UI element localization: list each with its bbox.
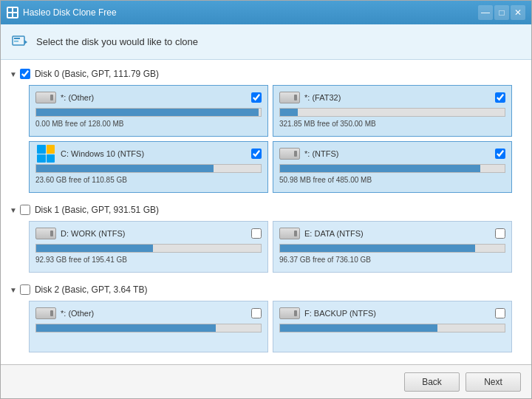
partition-card-2-0: *: (Other) xyxy=(29,301,268,352)
partition-icon-0-2 xyxy=(35,146,56,161)
progress-bar-1-1 xyxy=(279,244,505,253)
progress-bar-0-3 xyxy=(279,164,505,173)
progress-fill-0-2 xyxy=(36,165,214,172)
partition-checkbox-0-0[interactable] xyxy=(251,92,262,103)
svg-rect-5 xyxy=(14,38,20,39)
partition-checkbox-2-0[interactable] xyxy=(251,308,262,318)
progress-fill-1-0 xyxy=(36,245,153,252)
disk-header-2[interactable]: ▼ Disk 2 (Basic, GPT, 3.64 TB) xyxy=(8,282,524,298)
partition-top-2-0: *: (Other) xyxy=(35,306,262,321)
progress-fill-2-0 xyxy=(36,324,216,332)
partition-name-0-1: *: (FAT32) xyxy=(304,93,341,102)
partition-name-2-1: F: BACKUP (NTFS) xyxy=(304,309,376,318)
partition-icon-2-1 xyxy=(279,306,300,321)
partition-icon-1-1 xyxy=(279,226,300,241)
partition-top-0-1: *: (FAT32) xyxy=(279,90,505,105)
progress-bar-0-1 xyxy=(279,108,505,117)
partition-name-1-1: E: DATA (NTFS) xyxy=(304,229,364,238)
disk-section-2: ▼ Disk 2 (Basic, GPT, 3.64 TB) *: (Other… xyxy=(8,282,524,355)
partition-free-0-1: 321.85 MB free of 350.00 MB xyxy=(279,120,505,128)
partition-name-2-0: *: (Other) xyxy=(61,309,94,318)
expand-arrow-1: ▼ xyxy=(10,206,17,214)
partition-card-0-0: *: (Other) 0.00 MB free of 128.00 MB xyxy=(29,85,268,137)
app-icon xyxy=(7,7,18,18)
partition-free-0-0: 0.00 MB free of 128.00 MB xyxy=(35,120,262,128)
partition-card-0-3: *: (NTFS) 50.98 MB free of 485.00 MB xyxy=(273,141,512,193)
partition-checkbox-0-2[interactable] xyxy=(251,149,262,159)
partition-card-1-1: E: DATA (NTFS) 96.37 GB free of 736.10 G… xyxy=(273,221,512,273)
partition-free-1-1: 96.37 GB free of 736.10 GB xyxy=(279,256,505,264)
svg-rect-2 xyxy=(8,13,12,17)
partition-left-0-3: *: (NTFS) xyxy=(279,146,338,161)
partition-icon-0-0 xyxy=(35,90,56,105)
partition-free-0-3: 50.98 MB free of 485.00 MB xyxy=(279,176,505,184)
minimize-button[interactable]: — xyxy=(478,5,493,20)
partition-checkbox-2-1[interactable] xyxy=(495,308,505,318)
progress-fill-0-3 xyxy=(280,165,480,172)
disk-header-0[interactable]: ▼ Disk 0 (Basic, GPT, 111.79 GB) xyxy=(8,66,524,82)
partition-top-0-2: C: Windows 10 (NTFS) xyxy=(35,146,262,161)
main-window: Hasleo Disk Clone Free — □ ✕ Select the … xyxy=(0,0,532,399)
partition-name-0-0: *: (Other) xyxy=(61,93,94,102)
disk-header-1[interactable]: ▼ Disk 1 (Basic, GPT, 931.51 GB) xyxy=(8,202,524,218)
partition-left-2-1: F: BACKUP (NTFS) xyxy=(279,306,376,321)
svg-rect-3 xyxy=(13,13,17,17)
partition-name-0-2: C: Windows 10 (NTFS) xyxy=(61,149,144,158)
partition-icon-2-0 xyxy=(35,306,56,321)
progress-fill-2-1 xyxy=(280,324,437,332)
disk-section-0: ▼ Disk 0 (Basic, GPT, 111.79 GB) *: (Oth… xyxy=(8,66,524,196)
partition-free-0-2: 23.60 GB free of 110.85 GB xyxy=(35,176,262,184)
disk-label-1: Disk 1 (Basic, GPT, 931.51 GB) xyxy=(35,205,159,215)
progress-fill-0-1 xyxy=(280,109,298,116)
header-icon xyxy=(11,33,29,51)
close-button[interactable]: ✕ xyxy=(511,5,525,20)
disk-checkbox-0[interactable] xyxy=(20,69,30,79)
svg-rect-1 xyxy=(13,8,17,12)
progress-bar-0-0 xyxy=(35,108,262,117)
disk-label-2: Disk 2 (Basic, GPT, 3.64 TB) xyxy=(35,284,148,295)
disk-checkbox-2[interactable] xyxy=(20,284,30,295)
disk-list: ▼ Disk 0 (Basic, GPT, 111.79 GB) *: (Oth… xyxy=(1,60,531,364)
partition-left-1-1: E: DATA (NTFS) xyxy=(279,226,364,241)
svg-rect-6 xyxy=(14,41,18,42)
partition-card-0-2: C: Windows 10 (NTFS) 23.60 GB free of 11… xyxy=(29,141,268,193)
partition-left-0-0: *: (Other) xyxy=(35,90,94,105)
progress-bar-0-2 xyxy=(35,164,262,173)
partition-checkbox-0-1[interactable] xyxy=(495,92,505,103)
partition-card-2-1: F: BACKUP (NTFS) xyxy=(273,301,512,352)
partition-icon-0-3 xyxy=(279,146,300,161)
partition-checkbox-1-0[interactable] xyxy=(251,228,262,239)
partition-top-1-0: D: WORK (NTFS) xyxy=(35,226,262,241)
svg-rect-0 xyxy=(8,8,12,12)
next-button[interactable]: Next xyxy=(466,372,521,392)
partition-card-0-1: *: (FAT32) 321.85 MB free of 350.00 MB xyxy=(273,85,512,137)
svg-marker-7 xyxy=(24,40,27,44)
disk-checkbox-1[interactable] xyxy=(20,205,30,215)
partitions-grid-1: D: WORK (NTFS) 92.93 GB free of 195.41 G… xyxy=(8,218,524,276)
partition-card-1-0: D: WORK (NTFS) 92.93 GB free of 195.41 G… xyxy=(29,221,268,273)
window-title: Hasleo Disk Clone Free xyxy=(23,7,478,18)
progress-fill-1-1 xyxy=(280,245,475,252)
partition-icon-1-0 xyxy=(35,226,56,241)
window-controls: — □ ✕ xyxy=(478,5,525,20)
progress-bar-2-0 xyxy=(35,324,262,332)
partition-name-0-3: *: (NTFS) xyxy=(304,149,338,158)
progress-fill-0-0 xyxy=(36,109,259,116)
partitions-grid-2: *: (Other) xyxy=(8,298,524,355)
maximize-button[interactable]: □ xyxy=(494,5,509,20)
partition-free-1-0: 92.93 GB free of 195.41 GB xyxy=(35,256,262,264)
partition-top-1-1: E: DATA (NTFS) xyxy=(279,226,505,241)
back-button[interactable]: Back xyxy=(404,372,460,392)
expand-arrow-0: ▼ xyxy=(10,70,17,78)
partition-left-0-1: *: (FAT32) xyxy=(279,90,341,105)
progress-bar-1-0 xyxy=(35,244,262,253)
partition-checkbox-1-1[interactable] xyxy=(495,228,505,239)
footer: Back Next xyxy=(1,364,531,398)
progress-bar-2-1 xyxy=(279,324,505,332)
partition-name-1-0: D: WORK (NTFS) xyxy=(61,229,125,238)
expand-arrow-2: ▼ xyxy=(10,286,17,294)
partition-left-0-2: C: Windows 10 (NTFS) xyxy=(35,146,144,161)
partition-checkbox-0-3[interactable] xyxy=(495,149,505,159)
disk-label-0: Disk 0 (Basic, GPT, 111.79 GB) xyxy=(35,69,159,79)
header-text: Select the disk you would like to clone xyxy=(36,36,198,47)
